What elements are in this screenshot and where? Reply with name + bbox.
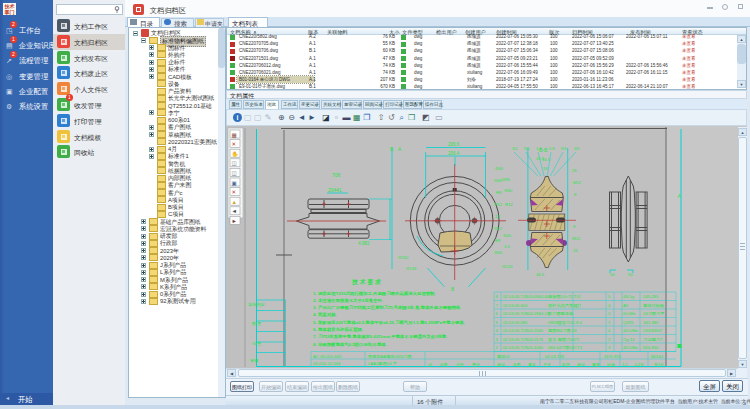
svg-text:20441: 20441: [328, 187, 342, 193]
svg-text:706: 706: [332, 172, 341, 178]
svg-text:►: ►: [232, 218, 237, 224]
svg-text:3. 产品出厂不锈钢刀刃结构工艺磨削刀刃,毛刺除3倍,角,整: 3. 产品出厂不锈钢刀刃结构工艺磨削刀刃,毛刺除3倍,角,整体外观不锈钢特殊.: [313, 304, 461, 311]
svg-text:02.03.05.T2803-0964-005: 02.03.05.T2803-0964-005: [503, 294, 552, 299]
svg-text:◄: ◄: [232, 208, 237, 214]
svg-text:02.03.05.T2803-0176: 02.03.05.T2803-0176: [503, 337, 544, 342]
svg-text:▲: ▲: [232, 199, 237, 205]
svg-text:审核: 审核: [250, 358, 259, 363]
svg-text:整体记: 整体记: [497, 354, 510, 359]
svg-text:02.03.05.T2803-2005: 02.03.05.T2803-2005: [503, 328, 544, 333]
svg-text:245-285: 245-285: [643, 294, 659, 299]
svg-text:23432E4T: 23432E4T: [643, 328, 663, 333]
svg-text:0909螺母刀01-8.4: 0909螺母刀01-8.4: [548, 320, 582, 325]
svg-text:Φ2: Φ2: [574, 146, 580, 151]
svg-text:02.03.05.004: 02.03.05.004: [503, 303, 528, 308]
svg-text:341-380: 341-380: [643, 320, 659, 325]
svg-text:整圈M4刀圈-03: 整圈M4刀圈-03: [548, 328, 577, 333]
svg-text:R8: R8: [496, 190, 502, 195]
svg-text:LAA4整图03 半: LAA4整图03 半: [368, 361, 397, 366]
svg-text:B: B: [451, 287, 454, 292]
svg-text:分区: 分区: [456, 362, 464, 367]
svg-text:02.03.05.080: 02.03.05.080: [503, 320, 528, 325]
svg-text:46.5: 46.5: [536, 272, 545, 277]
svg-text:206.6: 206.6: [448, 142, 460, 147]
svg-text:084-04刀圈14CT4: 084-04刀圈14CT4: [548, 345, 583, 350]
svg-text:旋转判定: 旋转判定: [248, 302, 265, 307]
svg-text:Φ2: Φ2: [512, 146, 518, 151]
svg-text:处数: 处数: [440, 362, 448, 367]
svg-text:▦: ▦: [232, 132, 237, 138]
svg-text:签名: 签名: [528, 362, 536, 367]
svg-text:02.03.T28: 02.03.T28: [545, 354, 565, 359]
svg-text:第1张: 第1张: [654, 362, 664, 367]
svg-text:Φ30: Φ30: [495, 166, 504, 171]
svg-text:Q235: Q235: [623, 320, 634, 325]
svg-text:记: 记: [428, 362, 432, 367]
svg-text:双头-整圈刀04刀: 双头-整圈刀04刀: [548, 337, 579, 342]
svg-text:Φ136: Φ136: [406, 266, 417, 271]
svg-text:0.8: 0.8: [549, 146, 555, 151]
svg-text:Φ45: Φ45: [503, 233, 512, 238]
svg-text:42CrMo: 42CrMo: [623, 345, 639, 350]
svg-text:02.03.05.T2803-0964-12: 02.03.05.T2803-0964-12: [503, 311, 550, 316]
svg-text:刀04整刀T: 刀04整刀T: [643, 337, 663, 342]
svg-text:3.5: 3.5: [504, 244, 510, 249]
svg-text:R12: R12: [505, 202, 513, 207]
svg-text:更改: 更改: [472, 362, 480, 367]
svg-text:连接圈14×72-T01: 连接圈14×72-T01: [548, 294, 582, 299]
svg-text:✕: ✕: [232, 141, 237, 147]
svg-text:图题和AA整体记05刀圈: 图题和AA整体记05刀圈: [368, 354, 412, 359]
svg-text:Φ45: Φ45: [494, 178, 503, 183]
svg-text:R3: R3: [561, 146, 567, 151]
svg-text:Φ60: Φ60: [504, 188, 513, 193]
svg-text:6CrMn: 6CrMn: [623, 311, 636, 316]
svg-text:02.03.05.T2803-1060: 02.03.05.T2803-1060: [503, 345, 544, 350]
svg-text:Φ52: Φ52: [494, 226, 503, 231]
svg-text:4.983: 4.983: [358, 241, 370, 246]
svg-text:M12: M12: [572, 236, 581, 241]
svg-text:✋: ✋: [232, 150, 239, 158]
svg-text:/1g 12: /1g 12: [623, 337, 635, 342]
svg-text:50: 50: [628, 272, 633, 277]
svg-text:◫: ◫: [232, 160, 237, 166]
svg-text:Φ85: Φ85: [502, 177, 511, 182]
svg-text:R3: R3: [524, 146, 530, 151]
svg-text:7. 刀刃2倍系统平整,整体测定0.02/1mm,平整体不不: 7. 刀刃2倍系统平整,整体测定0.02/1mm,平整体不不锈蛋白其余2倍整.: [313, 333, 447, 340]
svg-text:处数: 处数: [513, 362, 521, 367]
svg-text:Φ45: Φ45: [494, 250, 503, 255]
svg-text:R8: R8: [495, 238, 501, 243]
svg-text:Φ162: Φ162: [398, 255, 409, 260]
svg-text:45% 333: 45% 333: [604, 354, 621, 359]
svg-text:AC 05-010-043: AC 05-010-043: [313, 354, 342, 359]
svg-text:Φ120: Φ120: [502, 264, 513, 269]
svg-text:45.5: 45.5: [536, 156, 545, 161]
svg-text:45Crg: 45Crg: [623, 294, 635, 299]
svg-text:✕: ✕: [232, 189, 237, 195]
svg-text:A3: A3: [623, 303, 629, 308]
svg-text:技 术 要 求: 技 术 要 求: [351, 278, 381, 286]
svg-text:25: 25: [572, 168, 577, 173]
svg-text:重量: 重量: [591, 362, 600, 367]
svg-text:05-010-12-046: 05-010-12-046: [313, 361, 341, 366]
svg-text:16: 16: [543, 166, 548, 171]
svg-text:记 量: 记 量: [252, 341, 262, 346]
svg-text:▣: ▣: [232, 180, 237, 186]
svg-text:826-830: 826-830: [643, 345, 659, 350]
svg-text:数 量: 数 量: [252, 321, 262, 326]
svg-text:42CrMo: 42CrMo: [623, 328, 639, 333]
svg-text:206.4: 206.4: [448, 151, 460, 156]
svg-text:Φ52: Φ52: [494, 202, 503, 207]
svg-text:年月: 年月: [543, 362, 551, 367]
svg-text:25: 25: [573, 248, 578, 253]
svg-text:◫: ◫: [232, 170, 237, 176]
svg-text:12: 12: [495, 214, 500, 219]
svg-text:1:2: 1:2: [622, 362, 628, 367]
svg-text:50: 50: [610, 272, 615, 277]
svg-text:24刀圈刀罩: 24刀圈刀罩: [643, 311, 665, 316]
svg-text:M12: M12: [573, 180, 582, 185]
svg-text:共1张: 共1张: [634, 362, 644, 367]
svg-text:1.6: 1.6: [536, 146, 542, 151]
svg-text:阶段: 阶段: [562, 362, 570, 367]
svg-text:B0164: B0164: [651, 354, 664, 359]
